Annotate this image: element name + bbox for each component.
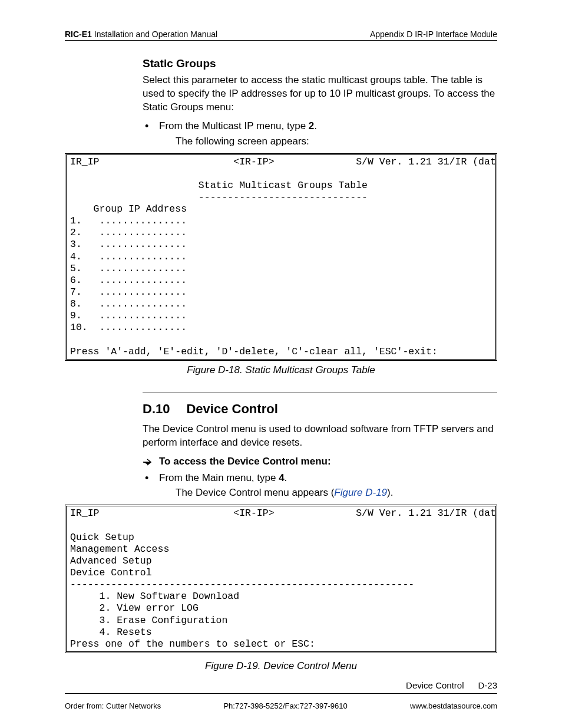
header-product: RIC-E1 [65,29,92,39]
page-header: RIC-E1 Installation and Operation Manual… [65,29,497,41]
device-control-bullet-1: From the Main menu, type 4. [143,471,497,485]
footer-page-number: D-23 [478,680,497,690]
figure-d19-link[interactable]: Figure D-19 [334,487,387,498]
bullet-text-post: . [285,472,287,483]
static-groups-heading: Static Groups [143,57,497,70]
static-groups-section: Static Groups Select this parameter to a… [143,57,497,147]
page: RIC-E1 Installation and Operation Manual… [0,0,562,672]
figure-d18-caption: Figure D-18. Static Multicast Groups Tab… [65,364,497,376]
footer-rule [65,693,497,694]
device-control-bullets: From the Main menu, type 4. [143,471,497,485]
follow-pre: The Device Control menu appears ( [176,487,334,498]
section-rule [143,393,497,393]
static-groups-follow: The following screen appears: [176,136,497,147]
footer-right: www.bestdatasource.com [410,701,497,710]
bullet-text-bold: 2 [309,120,314,131]
procedure-heading-text: To access the Device Control menu: [159,456,331,467]
footer-left: Order from: Cutter Networks [65,701,161,710]
bullet-text-post: . [314,120,317,131]
follow-post: ). [387,487,393,498]
section-heading-row: D.10 Device Control [143,401,497,417]
device-control-follow: The Device Control menu appears (Figure … [176,487,497,499]
device-control-paragraph: The Device Control menu is used to downl… [143,423,497,450]
procedure-heading: To access the Device Control menu: [143,456,497,467]
bullet-text-pre: From the Main menu, type [159,472,279,483]
footer-center: Ph:727-398-5252/Fax:727-397-9610 [223,701,347,710]
static-groups-paragraph: Select this parameter to access the stat… [143,74,497,114]
section-title: Device Control [186,401,277,417]
section-number: D.10 [143,401,170,417]
footer-bottom: Order from: Cutter Networks Ph:727-398-5… [65,701,497,710]
footer-section-label: Device Control [406,680,464,690]
terminal-static-groups: IR_IP <IR-IP> S/W Ver. 1.21 31/IR (date)… [65,153,497,361]
header-left: RIC-E1 Installation and Operation Manual [65,29,217,39]
device-control-section: D.10 Device Control The Device Control m… [143,393,497,499]
footer-top: Device Control D-23 [406,680,497,690]
bullet-text-pre: From the Multicast IP menu, type [159,120,309,131]
static-groups-bullet-1: From the Multicast IP menu, type 2. [143,119,497,133]
terminal-device-control: IR_IP <IR-IP> S/W Ver. 1.21 31/IR (date)… [65,505,497,653]
arrow-icon [143,457,153,469]
figure-d19-caption: Figure D-19. Device Control Menu [65,660,497,672]
static-groups-bullets: From the Multicast IP menu, type 2. [143,119,497,133]
header-right: Appendix D IR-IP Interface Module [370,29,497,39]
bullet-text-bold: 4 [279,472,284,483]
header-manual-title: Installation and Operation Manual [92,29,217,39]
